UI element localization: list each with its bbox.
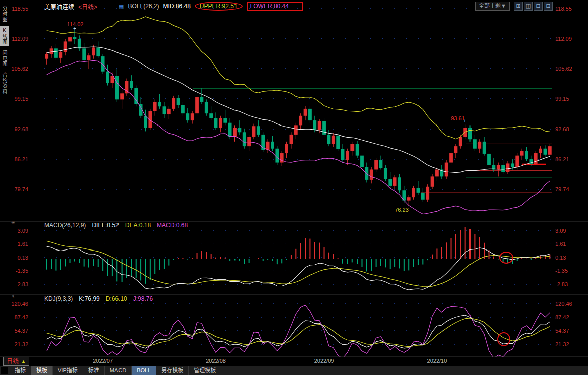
svg-text:76.23: 76.23 (395, 207, 409, 213)
kdj-panel-header: KDJ(9,3,3) K:76.99 D:66.10 J:98.76 (44, 295, 153, 302)
kdj-k-value: K:76.99 (79, 295, 99, 302)
svg-text:21.32: 21.32 (14, 341, 28, 347)
svg-text:99.15: 99.15 (555, 96, 569, 102)
sidebar-item-kline[interactable]: K线图 (0, 26, 9, 46)
tab-standard[interactable]: 标准 (83, 366, 105, 375)
title-bar: 美原油连续 <日线> ▦ BOLL(26,2) MID:86.48 UPPER:… (0, 0, 588, 12)
indicator-grid-icon: ▦ (119, 3, 124, 10)
svg-text:+: + (73, 26, 76, 31)
svg-text:-1.35: -1.35 (555, 268, 568, 274)
period-tag: <日线> (78, 2, 97, 11)
boll-indicator-label: BOLL(26,2) (128, 3, 159, 10)
sidebar-item-contract-info[interactable]: 合约资料 (0, 71, 9, 96)
svg-text:120.46: 120.46 (11, 301, 28, 307)
svg-text:1.61: 1.61 (555, 241, 566, 247)
svg-text:2022/09: 2022/09 (314, 358, 334, 364)
svg-text:86.21: 86.21 (14, 156, 28, 162)
svg-text:93.61: 93.61 (451, 115, 465, 121)
symbol-title: 美原油连续 (44, 2, 74, 11)
period-arrow-icon: ▲ (21, 358, 26, 365)
svg-text:2022/10: 2022/10 (427, 358, 447, 364)
tab-boll[interactable]: BOLL (132, 366, 156, 375)
svg-text:105.62: 105.62 (555, 66, 572, 72)
boll-upper-value: UPPER:92.51 (195, 2, 243, 11)
svg-text:0.13: 0.13 (555, 255, 566, 261)
svg-text:54.37: 54.37 (14, 328, 28, 334)
svg-text:112.09: 112.09 (12, 36, 28, 42)
svg-text:87.42: 87.42 (14, 314, 28, 320)
svg-text:21.32: 21.32 (555, 341, 569, 347)
svg-text:-2.83: -2.83 (16, 281, 28, 287)
kdj-j-value: J:98.76 (133, 295, 153, 302)
bottom-toolbar: 指标模板VIP指标标准MACDBOLL另存模板管理模板 (0, 366, 588, 375)
bottom-tabs: 指标模板VIP指标标准MACDBOLL另存模板管理模板 (10, 366, 221, 375)
macd-panel-header: MACD(26,12,9) DIFF:0.52 DEA:0.18 MACD:0.… (44, 222, 188, 229)
tab-vip-indicators[interactable]: VIP指标 (53, 366, 83, 375)
macd-macd-value: MACD:0.68 (157, 222, 188, 229)
window-layout-controls: ⊞◫⊟⊡ (514, 2, 553, 11)
sidebar-item-timeshare[interactable]: 分时图 (0, 4, 9, 24)
svg-text:3.09: 3.09 (18, 228, 28, 234)
tab-manage-template[interactable]: 管理模板 (189, 366, 221, 375)
kdj-d-value: D:66.10 (106, 295, 127, 302)
macd-diff-value: DIFF:0.52 (92, 222, 119, 229)
sidebar: 分时图K线图闪电图合约资料 (0, 4, 8, 96)
svg-text:54.37: 54.37 (555, 328, 569, 334)
app-window: 118.55118.55112.09112.09105.62105.6299.1… (0, 0, 588, 375)
theme-dropdown[interactable]: 全部主题▼ (475, 2, 510, 11)
period-label: 日线 (7, 358, 19, 365)
layout-columns-icon[interactable]: ◫ (524, 2, 533, 11)
chart-canvas[interactable]: 118.55118.55112.09112.09105.62105.6299.1… (0, 0, 588, 375)
panel-settings-icon[interactable]: ✳ (11, 220, 15, 225)
svg-text:3.09: 3.09 (555, 228, 566, 234)
tab-macd[interactable]: MACD (105, 366, 132, 375)
svg-text:-1.35: -1.35 (16, 268, 28, 274)
layout-grid-icon[interactable]: ⊞ (514, 2, 523, 11)
svg-text:0.13: 0.13 (18, 255, 28, 261)
svg-text:87.42: 87.42 (555, 314, 569, 320)
svg-text:2022/07: 2022/07 (93, 358, 113, 364)
macd-indicator-label: MACD(26,12,9) (44, 222, 86, 229)
boll-lower-value: LOWER:80.44 (247, 2, 303, 11)
boll-mid-value: MID:86.48 (163, 3, 191, 10)
layout-single-icon[interactable]: ⊡ (544, 2, 553, 11)
tab-indicators[interactable]: 指标 (10, 366, 31, 375)
kdj-indicator-label: KDJ(9,3,3) (44, 295, 73, 302)
layout-rows-icon[interactable]: ⊟ (534, 2, 543, 11)
svg-text:-2.83: -2.83 (555, 281, 568, 287)
tab-save-template[interactable]: 另存模板 (156, 366, 189, 375)
svg-text:79.74: 79.74 (555, 186, 569, 192)
svg-text:86.21: 86.21 (555, 156, 569, 162)
toolbar-handle-icon[interactable] (1, 367, 8, 374)
svg-text:120.46: 120.46 (555, 301, 572, 307)
macd-dea-value: DEA:0.18 (125, 222, 151, 229)
period-selector[interactable]: 日线 ▲ (3, 357, 29, 366)
svg-text:92.68: 92.68 (14, 126, 28, 132)
svg-text:1.61: 1.61 (18, 241, 28, 247)
svg-text:92.68: 92.68 (555, 126, 569, 132)
svg-text:2022/08: 2022/08 (206, 358, 226, 364)
svg-text:99.15: 99.15 (14, 96, 28, 102)
panel-settings-icon[interactable]: ✳ (11, 294, 15, 299)
tab-templates[interactable]: 模板 (31, 366, 53, 375)
sidebar-item-flash[interactable]: 闪电图 (0, 49, 9, 68)
svg-text:112.09: 112.09 (555, 36, 572, 42)
svg-text:105.62: 105.62 (11, 66, 28, 72)
svg-text:+: + (463, 118, 466, 124)
svg-text:79.74: 79.74 (14, 186, 28, 192)
